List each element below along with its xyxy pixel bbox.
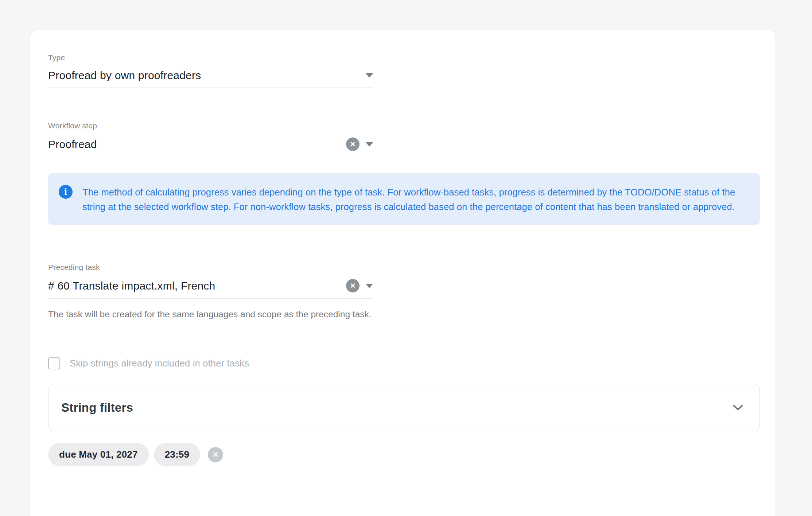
preceding-task-value: # 60 Translate impact.xml, French [48,280,215,292]
preceding-task-helper-text: The task will be created for the same la… [48,307,378,321]
due-time-chip[interactable]: 23:59 [154,443,201,466]
type-caret-down-icon[interactable] [366,73,373,78]
skip-strings-row: Skip strings already included in other t… [48,357,759,369]
string-filters-title: String filters [61,401,133,415]
type-select-value: Proofread by own proofreaders [48,69,201,82]
preceding-task-label: Preceding task [48,263,373,272]
type-select[interactable]: Proofread by own proofreaders [48,69,373,88]
skip-strings-checkbox[interactable] [48,357,60,369]
preceding-task-select[interactable]: # 60 Translate impact.xml, French ✕ [48,279,373,299]
chevron-down-icon[interactable] [733,404,743,411]
skip-strings-label: Skip strings already included in other t… [70,358,249,369]
progress-info-text: The method of calculating progress varie… [82,185,745,214]
string-filters-header[interactable]: String filters [48,384,760,431]
workflow-step-clear-icon[interactable]: ✕ [346,137,360,151]
workflow-step-select[interactable]: Proofread ✕ [48,137,373,157]
due-date-chip[interactable]: due May 01, 2027 [48,443,149,466]
type-field-label: Type [48,53,373,62]
workflow-step-label: Workflow step [48,121,373,130]
task-form-card: Type Proofread by own proofreaders Workf… [30,30,776,516]
info-icon: i [59,185,73,199]
progress-info-box: i The method of calculating progress var… [48,173,760,225]
preceding-task-clear-icon[interactable]: ✕ [346,279,360,292]
workflow-step-value: Proofread [48,138,97,151]
due-remove-icon[interactable]: ✕ [208,447,223,462]
type-field: Type Proofread by own proofreaders [48,53,373,88]
preceding-task-field: Preceding task # 60 Translate impact.xml… [48,263,373,321]
due-chips-row: due May 01, 2027 23:59 ✕ [48,443,759,466]
preceding-task-caret-down-icon[interactable] [366,284,373,288]
workflow-step-caret-down-icon[interactable] [366,142,373,147]
workflow-step-field: Workflow step Proofread ✕ [48,121,373,157]
